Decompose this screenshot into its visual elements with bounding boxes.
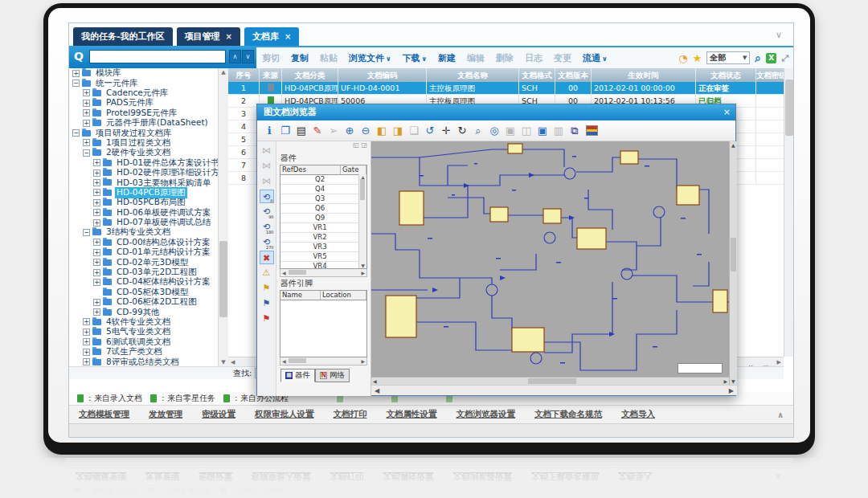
tree-item[interactable]: + 1项目过程类文档 — [69, 138, 227, 148]
rotate-left-icon[interactable]: ↺ — [423, 124, 437, 138]
tree-expander-icon[interactable]: + — [93, 199, 100, 206]
rotate-right-icon[interactable]: ↻ — [455, 124, 469, 138]
tree-item[interactable]: + CD-02单元3D模型 — [69, 257, 227, 267]
tree-item[interactable]: + HD-03主要物料采购清单 — [69, 178, 227, 187]
table-row[interactable]: 1 HD-04PCB原理图 UF-HD-04-0001 主控板原理图 SCH 0… — [228, 82, 784, 95]
search-input[interactable] — [89, 50, 226, 63]
status-scroll-right-icon[interactable]: ▶ — [729, 387, 734, 394]
col-category[interactable]: 文档分类 — [282, 68, 338, 82]
refdes-row[interactable]: Q3 — [280, 194, 359, 204]
tree-item[interactable]: + PADS元件库 — [69, 98, 227, 108]
tree-expander-icon[interactable]: + — [72, 70, 80, 77]
tree-item[interactable]: − 统一元件库 — [69, 78, 227, 88]
tree-item[interactable]: + 模块库 — [69, 68, 227, 78]
dialog-close-icon[interactable]: × — [723, 104, 731, 120]
tree-scrollbar-thumb[interactable] — [219, 241, 227, 317]
workspace-tab[interactable]: 文档库× — [244, 27, 299, 46]
bottom-bar-link[interactable]: 文档打印 — [334, 409, 367, 420]
refdes-row[interactable]: Q6 — [280, 204, 359, 214]
workspace-tab[interactable]: 项目管理× — [177, 27, 240, 46]
toolbar-button[interactable]: 下载∨ — [403, 52, 428, 64]
mirror-vertical-icon[interactable]: ⋈ — [260, 159, 274, 173]
search-prev-button[interactable]: ∧ — [229, 50, 241, 63]
tree-scrollbar[interactable]: ▲▼ — [218, 68, 228, 366]
tree-item[interactable]: CD-05柜体3D模型 — [69, 288, 227, 297]
search-next-button[interactable]: ∨ — [242, 50, 254, 63]
tree-expander-icon[interactable]: + — [83, 358, 90, 365]
tree-item[interactable]: + Protel99SE元件库 — [69, 108, 227, 118]
bottom-bar-link[interactable]: 文档下载命名规范 — [534, 409, 602, 420]
tree-expander-icon[interactable]: + — [93, 308, 100, 316]
tree-expander-icon[interactable]: + — [93, 159, 100, 166]
bottom-bar-link[interactable]: 文档属性设置 — [387, 409, 437, 420]
col-format[interactable]: 文档格式 — [519, 68, 555, 82]
col-effective-time[interactable]: 生效时间 — [592, 68, 696, 82]
tree-item[interactable]: − 项目研发过程文档库 — [69, 128, 227, 137]
toolbar-button[interactable]: 粘贴 — [320, 52, 338, 64]
canvas-horizontal-scrollbar[interactable]: ◀▶ — [371, 377, 729, 385]
delete-markup-icon[interactable]: ✖ — [260, 251, 274, 264]
tree-expander-icon[interactable]: − — [83, 149, 90, 157]
tab-close-icon[interactable]: × — [285, 32, 291, 41]
toolbar-button[interactable]: 新建 — [438, 52, 456, 64]
tree-expander-icon[interactable]: + — [93, 259, 100, 266]
schematic-canvas[interactable]: ▲▼ ◀▶ — [371, 141, 737, 385]
tab-components[interactable]: ▦器件 — [280, 369, 315, 382]
rotate-180-icon[interactable]: ⟲180 — [260, 220, 274, 234]
col-name[interactable]: 文档名称 — [427, 68, 519, 82]
zoom-in-icon[interactable]: ⊕ — [342, 124, 357, 138]
tree-item[interactable]: + HD-02硬件原理详细设计方案 — [69, 168, 227, 178]
bottom-bar-link[interactable]: 文档浏览器设置 — [457, 409, 516, 420]
refdes-row[interactable]: VR2 — [280, 233, 359, 243]
tree-item[interactable]: + HD-05PCB布局图 — [69, 198, 227, 207]
refdes-row[interactable]: Q9 — [280, 214, 359, 223]
tree-item[interactable]: + CD-99其他 — [69, 307, 227, 316]
tree-item[interactable]: + CD-00结构总体设计方案 — [69, 238, 227, 247]
tree-item[interactable]: + HD-06单板硬件调试方案 — [69, 207, 227, 217]
export-icon[interactable]: ❐ — [278, 124, 293, 138]
table-vertical-scrollbar[interactable] — [784, 68, 794, 357]
tree-expander-icon[interactable]: + — [93, 219, 100, 227]
tree-expander-icon[interactable]: + — [83, 349, 90, 356]
pin-location-column[interactable]: Location — [321, 291, 366, 300]
status-scroll-left-icon[interactable]: ◀ — [375, 387, 379, 394]
expand-icon[interactable]: ⤢ — [781, 53, 788, 63]
tree-item[interactable]: + CD-03单元2D工程图 — [69, 267, 227, 277]
workspace-tab[interactable]: 我的任务-我的工作区 — [73, 27, 173, 46]
canvas-vertical-scrollbar[interactable]: ▲▼ — [729, 141, 737, 385]
tree-expander-icon[interactable]: + — [93, 189, 100, 196]
tree-expander-icon[interactable]: − — [72, 129, 80, 137]
tree-item[interactable]: + Cadence元件库 — [69, 88, 227, 98]
tree-item[interactable]: + HD-01硬件总体方案设计书 — [69, 158, 227, 168]
fit-page-icon[interactable]: ◨ — [391, 124, 405, 138]
flag-blue-icon[interactable]: ⚑ — [260, 296, 274, 310]
rotate-90-icon[interactable]: ⟲90 — [260, 205, 274, 218]
mirror-both-icon[interactable]: ⋈ — [260, 174, 274, 188]
print-icon[interactable]: ▤ — [294, 124, 309, 138]
components-hscroll[interactable]: ◀▶ — [280, 269, 367, 277]
zoom-glass-icon[interactable]: ⌕ — [471, 124, 485, 138]
tree-item[interactable]: + CD-01单元结构设计方案 — [69, 247, 227, 257]
pages-icon[interactable]: ❏ — [407, 124, 421, 138]
toolbar-button[interactable]: 变更 — [554, 52, 571, 64]
tree-item[interactable]: + 7试生产类文档 — [69, 347, 227, 357]
rotate-0-icon[interactable]: ⟲0 — [260, 190, 274, 203]
col-source[interactable]: 来源 — [260, 68, 282, 82]
tree-expander-icon[interactable]: + — [83, 100, 90, 107]
tree-expander-icon[interactable]: + — [83, 120, 90, 127]
notify-icon[interactable]: ◔ — [678, 52, 687, 64]
pan-icon[interactable]: ✛ — [439, 124, 453, 138]
toolbar-button[interactable]: 剪切 — [262, 52, 280, 64]
tree-expander-icon[interactable]: + — [93, 169, 100, 177]
zoom-window-icon[interactable]: ◎ — [487, 124, 502, 138]
compare-icon[interactable]: ◫ — [519, 124, 534, 138]
tree-item[interactable]: + 6测试联调类文档 — [69, 337, 227, 347]
col-version[interactable]: 文档版本 — [555, 68, 592, 82]
scope-filter-select[interactable]: 全部▼ — [706, 51, 750, 64]
refdes-row[interactable]: VR1 — [280, 223, 359, 233]
tree-expander-icon[interactable]: + — [93, 249, 100, 256]
tree-item[interactable]: + CD-04柜体结构设计方案 — [69, 277, 227, 287]
table-search-icon[interactable]: ⌕ — [755, 51, 761, 65]
tab-close-icon[interactable]: × — [226, 32, 232, 41]
refdes-row[interactable]: Q4 — [280, 185, 359, 194]
